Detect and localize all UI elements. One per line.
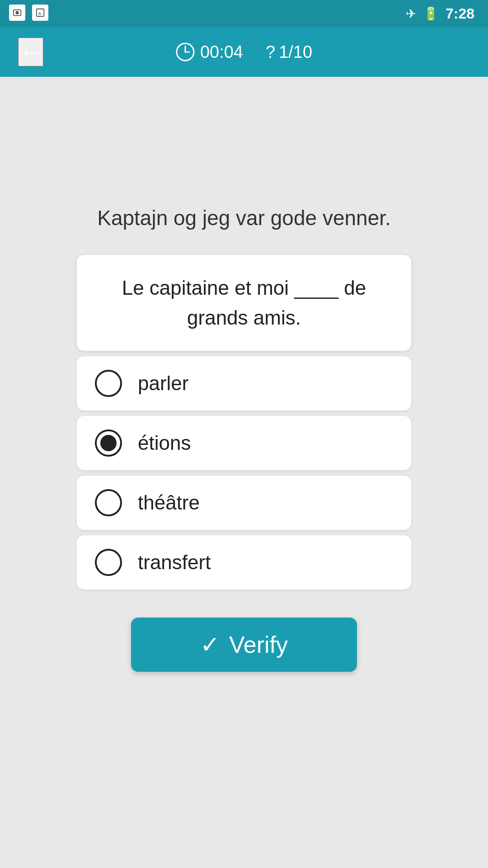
question-source-text: Kaptajn og jeg var gode venner.: [97, 203, 391, 232]
text-icon: A: [32, 5, 48, 21]
option-label-1: parler: [138, 372, 189, 395]
battery-icon: 🔋: [423, 6, 439, 21]
verify-button[interactable]: ✓ Verify: [131, 618, 357, 672]
svg-point-1: [15, 11, 19, 14]
nav-bar: ← 00:04 ?1/10: [0, 27, 488, 77]
nav-question-counter: ?1/10: [266, 42, 312, 62]
option-button-1[interactable]: parler: [77, 356, 411, 410]
option-button-3[interactable]: théâtre: [77, 476, 411, 530]
option-label-2: étions: [138, 432, 191, 454]
status-time: 7:28: [446, 5, 474, 22]
answer-box-text: Le capitaine et moi ____ de grands amis.: [122, 277, 366, 329]
option-label-3: théâtre: [138, 491, 200, 514]
question-prefix: ?: [266, 42, 275, 62]
radio-1: [95, 370, 122, 397]
nav-timer: 00:04: [176, 42, 243, 62]
timer-icon: [176, 42, 195, 61]
airplane-mode-icon: ✈: [406, 6, 416, 21]
question-progress: 1/10: [279, 42, 312, 62]
radio-2: [95, 429, 122, 457]
radio-2-inner: [100, 435, 117, 451]
option-button-2[interactable]: étions: [77, 416, 411, 470]
option-label-4: transfert: [138, 551, 211, 574]
radio-3: [95, 489, 122, 516]
verify-label: Verify: [229, 631, 288, 658]
nav-center: 00:04 ?1/10: [176, 42, 312, 62]
status-left-icons: A: [9, 5, 48, 21]
status-bar: A ✈ 🔋 7:28: [0, 0, 488, 27]
status-bar-right-icons: ✈ 🔋 7:28: [406, 5, 474, 22]
timer-value: 00:04: [200, 42, 243, 62]
main-content: Kaptajn og jeg var gode venner. Le capit…: [0, 77, 488, 672]
checkmark-icon: ✓: [200, 631, 220, 658]
radio-4: [95, 549, 122, 576]
option-button-4[interactable]: transfert: [77, 535, 411, 590]
photo-icon: [9, 5, 25, 21]
back-button[interactable]: ←: [18, 38, 43, 66]
svg-text:A: A: [38, 11, 41, 16]
answer-box: Le capitaine et moi ____ de grands amis.: [77, 255, 411, 351]
